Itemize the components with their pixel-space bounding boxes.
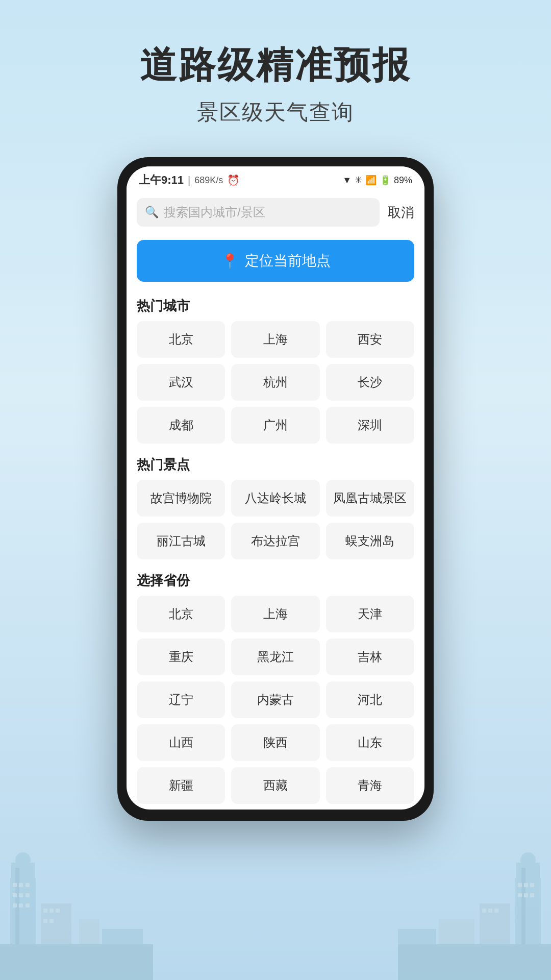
svg-rect-16 — [56, 909, 60, 913]
hot-city-item[interactable]: 杭州 — [231, 364, 319, 401]
svg-rect-5 — [19, 883, 23, 887]
svg-rect-21 — [0, 944, 153, 980]
province-item[interactable]: 青海 — [326, 767, 414, 804]
phone-frame: 上午9:11 | 689K/s ⏰ ▼ ✳ 📶 🔋 89% 🔍 — [117, 157, 434, 821]
location-text: 定位当前地点 — [245, 251, 331, 271]
svg-rect-6 — [26, 883, 30, 887]
provinces-grid: 北京上海天津重庆黑龙江吉林辽宁内蒙古河北山西陕西山东新疆西藏青海 — [137, 596, 414, 804]
provinces-title: 选择省份 — [137, 565, 414, 596]
svg-rect-28 — [530, 883, 534, 887]
svg-rect-10 — [13, 903, 17, 908]
sub-title: 景区级天气查询 — [0, 98, 551, 127]
svg-rect-8 — [19, 893, 23, 897]
battery-icon: 🔋 — [380, 175, 391, 186]
hot-city-item[interactable]: 上海 — [231, 321, 319, 358]
hot-cities-section: 热门城市 北京上海西安武汉杭州长沙成都广州深圳 — [127, 290, 424, 449]
location-button[interactable]: 📍 定位当前地点 — [137, 240, 414, 282]
search-area: 🔍 搜索国内城市/景区 取消 — [127, 192, 424, 235]
province-item[interactable]: 重庆 — [137, 639, 225, 675]
svg-rect-33 — [482, 909, 486, 913]
hot-city-item[interactable]: 广州 — [231, 407, 319, 444]
province-item[interactable]: 天津 — [326, 596, 414, 632]
hot-spot-item[interactable]: 故宫博物院 — [137, 480, 225, 517]
svg-rect-11 — [19, 903, 23, 908]
svg-rect-31 — [530, 893, 534, 897]
svg-point-24 — [520, 852, 536, 868]
hot-spots-grid: 故宫博物院八达岭长城凤凰古城景区丽江古城布达拉宫蜈支洲岛 — [137, 480, 414, 559]
hot-city-item[interactable]: 西安 — [326, 321, 414, 358]
province-item[interactable]: 上海 — [231, 596, 319, 632]
svg-rect-15 — [49, 909, 54, 913]
svg-point-2 — [15, 852, 31, 868]
province-item[interactable]: 山西 — [137, 724, 225, 761]
alarm-icon: ⏰ — [227, 174, 240, 186]
hot-spot-item[interactable]: 八达岭长城 — [231, 480, 319, 517]
province-item[interactable]: 新疆 — [137, 767, 225, 804]
svg-rect-34 — [488, 909, 492, 913]
search-bar[interactable]: 🔍 搜索国内城市/景区 — [137, 198, 380, 227]
province-item[interactable]: 西藏 — [231, 767, 319, 804]
province-item[interactable]: 黑龙江 — [231, 639, 319, 675]
svg-rect-12 — [26, 903, 30, 908]
hot-cities-title: 热门城市 — [137, 290, 414, 321]
svg-rect-9 — [26, 893, 30, 897]
hot-spots-title: 热门景点 — [137, 449, 414, 480]
main-title: 道路级精准预报 — [0, 41, 551, 90]
location-pin-icon: 📍 — [221, 253, 239, 270]
wifi-icon: ▼ — [342, 175, 352, 186]
province-item[interactable]: 吉林 — [326, 639, 414, 675]
status-time: 上午9:11 — [139, 173, 184, 188]
svg-rect-27 — [524, 883, 528, 887]
hot-spot-item[interactable]: 布达拉宫 — [231, 523, 319, 559]
phone-screen: 上午9:11 | 689K/s ⏰ ▼ ✳ 📶 🔋 89% 🔍 — [127, 166, 424, 810]
hot-spot-item[interactable]: 丽江古城 — [137, 523, 225, 559]
svg-rect-4 — [13, 883, 17, 887]
status-bar: 上午9:11 | 689K/s ⏰ ▼ ✳ 📶 🔋 89% — [127, 166, 424, 192]
svg-rect-26 — [518, 883, 522, 887]
hot-city-item[interactable]: 成都 — [137, 407, 225, 444]
hot-spot-item[interactable]: 蜈支洲岛 — [326, 523, 414, 559]
hot-city-item[interactable]: 长沙 — [326, 364, 414, 401]
province-item[interactable]: 北京 — [137, 596, 225, 632]
svg-rect-17 — [43, 919, 47, 923]
search-placeholder: 搜索国内城市/景区 — [164, 204, 371, 220]
phone-container: 上午9:11 | 689K/s ⏰ ▼ ✳ 📶 🔋 89% 🔍 — [0, 157, 551, 821]
hot-city-item[interactable]: 武汉 — [137, 364, 225, 401]
province-item[interactable]: 河北 — [326, 681, 414, 718]
hot-city-item[interactable]: 深圳 — [326, 407, 414, 444]
hot-cities-grid: 北京上海西安武汉杭州长沙成都广州深圳 — [137, 321, 414, 444]
bluetooth-icon: ✳ — [355, 175, 362, 186]
province-item[interactable]: 内蒙古 — [231, 681, 319, 718]
svg-rect-29 — [518, 893, 522, 897]
search-icon: 🔍 — [145, 206, 159, 219]
svg-rect-35 — [494, 909, 498, 913]
cancel-button[interactable]: 取消 — [388, 204, 414, 222]
province-item[interactable]: 辽宁 — [137, 681, 225, 718]
svg-rect-18 — [49, 919, 54, 923]
status-icons: ▼ ✳ 📶 🔋 89% — [342, 175, 412, 186]
svg-rect-30 — [524, 893, 528, 897]
hot-spot-item[interactable]: 凤凰古城景区 — [326, 480, 414, 517]
svg-rect-7 — [13, 893, 17, 897]
signal-icon: 📶 — [365, 175, 377, 186]
province-item[interactable]: 陕西 — [231, 724, 319, 761]
status-left: 上午9:11 | 689K/s ⏰ — [139, 173, 240, 188]
search-row: 🔍 搜索国内城市/景区 取消 — [137, 198, 414, 227]
provinces-section: 选择省份 北京上海天津重庆黑龙江吉林辽宁内蒙古河北山西陕西山东新疆西藏青海 — [127, 565, 424, 809]
svg-rect-38 — [398, 944, 551, 980]
status-separator: | — [188, 175, 190, 186]
battery-percent: 89% — [394, 175, 412, 186]
hot-spots-section: 热门景点 故宫博物院八达岭长城凤凰古城景区丽江古城布达拉宫蜈支洲岛 — [127, 449, 424, 565]
status-speed: 689K/s — [194, 175, 223, 186]
svg-rect-14 — [43, 909, 47, 913]
hot-city-item[interactable]: 北京 — [137, 321, 225, 358]
province-item[interactable]: 山东 — [326, 724, 414, 761]
